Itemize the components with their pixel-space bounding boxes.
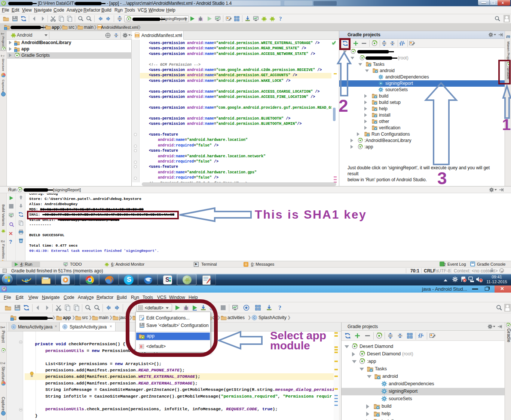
- svg-text:e: e: [25, 275, 29, 285]
- svg-text:x: x: [464, 279, 465, 282]
- svg-text:x: x: [480, 280, 482, 282]
